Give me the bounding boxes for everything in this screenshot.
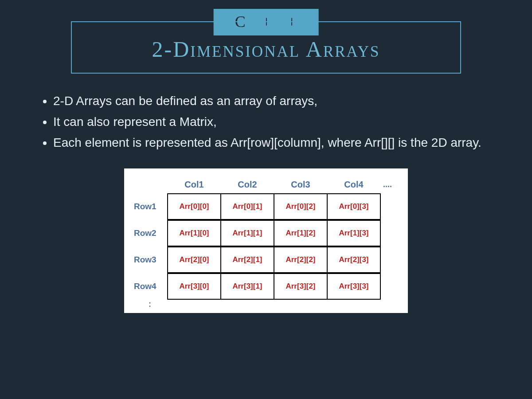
array-diagram: Col1 Col2 Col3 Col4 .... Row1 Arr[0][0] … (124, 168, 408, 313)
bullet-item: Each element is represented as Arr[row][… (53, 133, 497, 153)
col-ellipsis: .... (380, 180, 398, 189)
array-cell: Arr[2][3] (327, 246, 381, 273)
col-header: Col1 (168, 180, 221, 190)
array-cell: Arr[3][2] (274, 273, 328, 300)
row-ellipsis: : (132, 300, 168, 309)
array-cell: Arr[3][0] (167, 273, 222, 300)
row-header: Row2 (132, 228, 168, 238)
bullet-item: It can also represent a Matrix, (53, 112, 497, 132)
array-cell: Arr[1][0] (167, 220, 222, 246)
bullet-list: 2-D Arrays can be defined as an array of… (35, 91, 497, 153)
array-cell: Arr[1][1] (220, 220, 275, 246)
col-header: Col4 (327, 180, 380, 190)
array-cell: Arr[2][2] (274, 246, 328, 273)
array-cell: Arr[3][3] (327, 273, 381, 300)
array-cell: Arr[0][2] (274, 193, 328, 220)
row-header: Row3 (132, 255, 168, 265)
slide-title: 2-Dimensional Arrays (81, 36, 451, 62)
array-cell: Arr[0][0] (167, 193, 222, 220)
array-cell: Arr[1][2] (274, 220, 328, 246)
array-cell: Arr[2][0] (167, 246, 222, 273)
row-header: Row4 (132, 282, 168, 291)
title-frame: 2-Dimensional Arrays (71, 21, 461, 74)
row-header: Row1 (132, 202, 168, 211)
array-cell: Arr[2][1] (220, 246, 275, 273)
array-cell: Arr[1][3] (327, 220, 381, 246)
col-header: Col2 (221, 180, 274, 190)
array-cell: Arr[0][3] (327, 193, 381, 220)
header: C + + 2-Dimensional Arrays (71, 21, 461, 74)
bullet-item: 2-D Arrays can be defined as an array of… (53, 91, 497, 111)
array-cell: Arr[3][1] (220, 273, 275, 300)
col-header: Col3 (274, 180, 327, 190)
array-cell: Arr[0][1] (220, 193, 275, 220)
